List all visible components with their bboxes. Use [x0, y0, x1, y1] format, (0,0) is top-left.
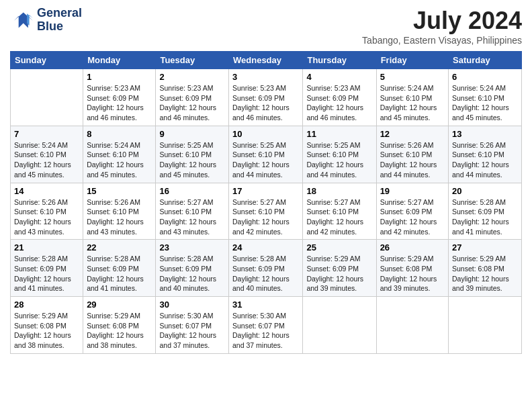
calendar-cell: 10Sunrise: 5:25 AM Sunset: 6:10 PM Dayli…	[229, 126, 303, 183]
cell-info: Sunrise: 5:28 AM Sunset: 6:09 PM Dayligh…	[452, 197, 518, 237]
date-number: 19	[380, 186, 445, 196]
title-section: July 2024 Tabango, Eastern Visayas, Phil…	[362, 7, 522, 46]
calendar-cell: 28Sunrise: 5:29 AM Sunset: 6:08 PM Dayli…	[11, 297, 83, 354]
cell-info: Sunrise: 5:23 AM Sunset: 6:09 PM Dayligh…	[232, 83, 299, 123]
calendar-cell: 25Sunrise: 5:29 AM Sunset: 6:09 PM Dayli…	[303, 240, 376, 297]
calendar-cell: 3Sunrise: 5:23 AM Sunset: 6:09 PM Daylig…	[229, 69, 303, 126]
date-number: 2	[159, 72, 225, 82]
cell-info: Sunrise: 5:30 AM Sunset: 6:07 PM Dayligh…	[159, 311, 225, 351]
date-number: 26	[380, 242, 445, 253]
page-header: General Blue July 2024 Tabango, Eastern …	[10, 7, 522, 46]
date-number: 27	[452, 242, 518, 253]
cell-info: Sunrise: 5:29 AM Sunset: 6:08 PM Dayligh…	[380, 254, 445, 293]
calendar-cell: 18Sunrise: 5:27 AM Sunset: 6:10 PM Dayli…	[303, 183, 376, 240]
cell-info: Sunrise: 5:26 AM Sunset: 6:10 PM Dayligh…	[380, 140, 445, 180]
date-number: 3	[232, 72, 299, 82]
date-number: 7	[14, 129, 79, 139]
date-number: 5	[380, 72, 445, 82]
calendar-cell: 21Sunrise: 5:28 AM Sunset: 6:09 PM Dayli…	[11, 240, 83, 297]
date-number: 24	[232, 242, 299, 253]
cell-info: Sunrise: 5:23 AM Sunset: 6:09 PM Dayligh…	[87, 83, 152, 123]
calendar-cell: 9Sunrise: 5:25 AM Sunset: 6:10 PM Daylig…	[156, 126, 229, 183]
calendar-cell: 24Sunrise: 5:28 AM Sunset: 6:09 PM Dayli…	[229, 240, 303, 297]
calendar-cell	[303, 297, 376, 354]
cell-info: Sunrise: 5:27 AM Sunset: 6:10 PM Dayligh…	[306, 197, 372, 237]
cell-info: Sunrise: 5:24 AM Sunset: 6:10 PM Dayligh…	[87, 140, 152, 180]
calendar-cell: 29Sunrise: 5:29 AM Sunset: 6:08 PM Dayli…	[83, 297, 156, 354]
calendar-cell: 6Sunrise: 5:24 AM Sunset: 6:10 PM Daylig…	[449, 69, 522, 126]
cell-info: Sunrise: 5:26 AM Sunset: 6:10 PM Dayligh…	[452, 140, 518, 180]
date-number: 14	[14, 186, 79, 196]
calendar-cell	[449, 297, 522, 354]
cell-info: Sunrise: 5:29 AM Sunset: 6:09 PM Dayligh…	[306, 254, 372, 293]
cell-info: Sunrise: 5:27 AM Sunset: 6:10 PM Dayligh…	[232, 197, 299, 237]
cell-info: Sunrise: 5:29 AM Sunset: 6:08 PM Dayligh…	[452, 254, 518, 293]
logo-text: General Blue	[37, 7, 82, 34]
cell-info: Sunrise: 5:24 AM Sunset: 6:10 PM Dayligh…	[380, 83, 445, 123]
date-number: 21	[14, 242, 79, 253]
day-header-saturday: Saturday	[449, 52, 522, 69]
calendar-cell	[11, 69, 83, 126]
calendar-cell: 22Sunrise: 5:28 AM Sunset: 6:09 PM Dayli…	[83, 240, 156, 297]
calendar-cell: 2Sunrise: 5:23 AM Sunset: 6:09 PM Daylig…	[156, 69, 229, 126]
cell-info: Sunrise: 5:28 AM Sunset: 6:09 PM Dayligh…	[87, 254, 152, 293]
logo: General Blue	[10, 7, 82, 34]
week-row-1: 1Sunrise: 5:23 AM Sunset: 6:09 PM Daylig…	[11, 69, 522, 126]
date-number: 22	[87, 242, 152, 253]
cell-info: Sunrise: 5:23 AM Sunset: 6:09 PM Dayligh…	[159, 83, 225, 123]
day-header-monday: Monday	[83, 52, 156, 69]
cell-info: Sunrise: 5:27 AM Sunset: 6:09 PM Dayligh…	[380, 197, 445, 237]
calendar-cell: 1Sunrise: 5:23 AM Sunset: 6:09 PM Daylig…	[83, 69, 156, 126]
week-row-4: 21Sunrise: 5:28 AM Sunset: 6:09 PM Dayli…	[11, 240, 522, 297]
calendar-cell: 4Sunrise: 5:23 AM Sunset: 6:09 PM Daylig…	[303, 69, 376, 126]
date-number: 20	[452, 186, 518, 196]
calendar-cell	[376, 297, 448, 354]
cell-info: Sunrise: 5:26 AM Sunset: 6:10 PM Dayligh…	[87, 197, 152, 237]
calendar-cell: 14Sunrise: 5:26 AM Sunset: 6:10 PM Dayli…	[11, 183, 83, 240]
day-header-sunday: Sunday	[11, 52, 83, 69]
date-number: 29	[87, 300, 152, 310]
calendar-cell: 31Sunrise: 5:30 AM Sunset: 6:07 PM Dayli…	[229, 297, 303, 354]
calendar-cell: 30Sunrise: 5:30 AM Sunset: 6:07 PM Dayli…	[156, 297, 229, 354]
logo-icon	[10, 10, 34, 30]
day-header-friday: Friday	[376, 52, 448, 69]
cell-info: Sunrise: 5:25 AM Sunset: 6:10 PM Dayligh…	[159, 140, 225, 180]
date-number: 23	[159, 242, 225, 253]
cell-info: Sunrise: 5:23 AM Sunset: 6:09 PM Dayligh…	[306, 83, 372, 123]
cell-info: Sunrise: 5:28 AM Sunset: 6:09 PM Dayligh…	[159, 254, 225, 293]
date-number: 9	[159, 129, 225, 139]
date-number: 31	[232, 300, 299, 310]
header-row: SundayMondayTuesdayWednesdayThursdayFrid…	[11, 52, 522, 69]
date-number: 4	[306, 72, 372, 82]
day-header-wednesday: Wednesday	[229, 52, 303, 69]
date-number: 1	[87, 72, 152, 82]
cell-info: Sunrise: 5:27 AM Sunset: 6:10 PM Dayligh…	[159, 197, 225, 237]
calendar-cell: 11Sunrise: 5:25 AM Sunset: 6:10 PM Dayli…	[303, 126, 376, 183]
month-title: July 2024	[362, 7, 522, 35]
date-number: 11	[306, 129, 372, 139]
calendar-cell: 27Sunrise: 5:29 AM Sunset: 6:08 PM Dayli…	[449, 240, 522, 297]
calendar-cell: 20Sunrise: 5:28 AM Sunset: 6:09 PM Dayli…	[449, 183, 522, 240]
cell-info: Sunrise: 5:26 AM Sunset: 6:10 PM Dayligh…	[14, 197, 79, 237]
date-number: 15	[87, 186, 152, 196]
date-number: 16	[159, 186, 225, 196]
cell-info: Sunrise: 5:28 AM Sunset: 6:09 PM Dayligh…	[232, 254, 299, 293]
calendar-cell: 26Sunrise: 5:29 AM Sunset: 6:08 PM Dayli…	[376, 240, 448, 297]
calendar-cell: 16Sunrise: 5:27 AM Sunset: 6:10 PM Dayli…	[156, 183, 229, 240]
week-row-5: 28Sunrise: 5:29 AM Sunset: 6:08 PM Dayli…	[11, 297, 522, 354]
cell-info: Sunrise: 5:24 AM Sunset: 6:10 PM Dayligh…	[452, 83, 518, 123]
calendar-cell: 5Sunrise: 5:24 AM Sunset: 6:10 PM Daylig…	[376, 69, 448, 126]
day-header-thursday: Thursday	[303, 52, 376, 69]
calendar-cell: 8Sunrise: 5:24 AM Sunset: 6:10 PM Daylig…	[83, 126, 156, 183]
date-number: 6	[452, 72, 518, 82]
date-number: 8	[87, 129, 152, 139]
calendar-cell: 7Sunrise: 5:24 AM Sunset: 6:10 PM Daylig…	[11, 126, 83, 183]
calendar-cell: 23Sunrise: 5:28 AM Sunset: 6:09 PM Dayli…	[156, 240, 229, 297]
cell-info: Sunrise: 5:29 AM Sunset: 6:08 PM Dayligh…	[87, 311, 152, 351]
week-row-2: 7Sunrise: 5:24 AM Sunset: 6:10 PM Daylig…	[11, 126, 522, 183]
date-number: 30	[159, 300, 225, 310]
cell-info: Sunrise: 5:30 AM Sunset: 6:07 PM Dayligh…	[232, 311, 299, 351]
cell-info: Sunrise: 5:25 AM Sunset: 6:10 PM Dayligh…	[306, 140, 372, 180]
day-header-tuesday: Tuesday	[156, 52, 229, 69]
cell-info: Sunrise: 5:24 AM Sunset: 6:10 PM Dayligh…	[14, 140, 79, 180]
